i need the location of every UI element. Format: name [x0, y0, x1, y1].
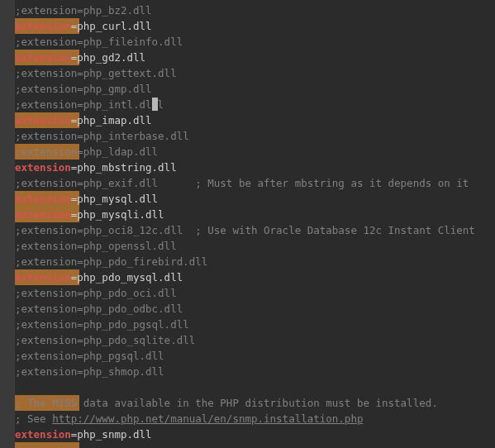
comment-text: ;extension=php_intl.dl	[15, 98, 152, 111]
comment-text: ;extension=php_pdo_oci.dll	[15, 287, 177, 299]
code-line[interactable]: ;extension=php_openssl.dll	[15, 238, 495, 254]
comment-text: ; The MIBS data available in the PHP dis…	[15, 397, 444, 409]
ini-key: extension	[15, 271, 71, 284]
code-line[interactable]: ;extension=php_gettext.dll	[15, 65, 495, 81]
code-line[interactable]: ;extension=php_interbase.dll	[15, 128, 495, 144]
ini-key: extension	[15, 51, 71, 64]
ini-value: php_curl.dll	[77, 20, 151, 32]
ini-value: php_snmp.dll	[77, 428, 151, 441]
ini-value: php_mysql.dll	[77, 193, 158, 205]
comment-text: ;extension=php_openssl.dll	[15, 240, 177, 252]
code-line[interactable]: extension=php_snmp.dll	[15, 427, 495, 442]
text-cursor	[152, 98, 158, 111]
ini-value: php_mysqli.dll	[77, 208, 164, 221]
code-line[interactable]: ;extension=php_exif.dll ; Must be after …	[15, 175, 495, 191]
ini-key: extension	[15, 208, 71, 221]
ini-key: extension	[15, 193, 71, 205]
ini-key: extension	[15, 20, 71, 32]
code-line[interactable]: ; The MIBS data available in the PHP dis…	[15, 395, 495, 411]
ini-value: php_imap.dll	[77, 114, 151, 126]
code-line[interactable]: ;extension=php_gmp.dll	[15, 81, 495, 97]
code-line[interactable]: ;extension=php_pdo_pgsql.dll	[15, 317, 495, 332]
code-line[interactable]: ;extension=php_bz2.dll	[15, 2, 495, 18]
code-line[interactable]: ; See http://www.php.net/manual/en/snmp.…	[15, 411, 495, 427]
comment-text: ;extension=php_shmop.dll	[15, 365, 164, 378]
code-line[interactable]: ;extension=php_pdo_odbc.dll	[15, 301, 495, 317]
code-line[interactable]: ;extension=php_pdo_oci.dll	[15, 285, 495, 301]
comment-text: ;extension=php_oci8_12c.dll ; Use with O…	[15, 224, 475, 236]
code-line[interactable]: ;extension=php_pdo_firebird.dll	[15, 254, 495, 269]
code-line[interactable]: ;extension=php_pgsql.dll	[15, 348, 495, 364]
comment-text: ;extension=php_pdo_pgsql.dll	[15, 318, 189, 331]
comment-text: ;extension=php_pdo_odbc.dll	[15, 303, 183, 315]
code-line[interactable]: ;extension=php_shmop.dll	[15, 364, 495, 379]
ini-value: php_mbstring.dll	[77, 161, 176, 174]
code-line[interactable]: ;extension=php_fileinfo.dll	[15, 34, 495, 50]
ini-value: php_pdo_mysql.dll	[77, 271, 183, 284]
comment-text: ;extension=php_bz2.dll	[15, 4, 152, 17]
code-line[interactable]: extension=php_mysqli.dll	[15, 207, 495, 222]
code-line[interactable]: ;extension=php_oci8_12c.dll ; Use with O…	[15, 222, 495, 238]
code-line[interactable]: ;extension=php_ldap.dll	[15, 144, 495, 160]
code-line[interactable]: extension=php_mbstring.dll	[15, 160, 495, 175]
ini-key: extension	[15, 428, 71, 441]
code-line[interactable]: extension=php_pdo_mysql.dll	[15, 269, 495, 285]
code-line[interactable]: extension=php_imap.dll	[15, 112, 495, 128]
selection-band	[15, 442, 79, 448]
comment-text: ;extension=php_pdo_sqlite.dll	[15, 334, 195, 346]
comment-text: ;extension=php_pdo_firebird.dll	[15, 255, 207, 268]
comment-text: ;extension=php_fileinfo.dll	[15, 36, 183, 48]
code-line[interactable]: extension=php_gd2.dll	[15, 50, 495, 65]
code-line[interactable]: ;extension=php_pdo_sqlite.dll	[15, 332, 495, 348]
comment-text: ;extension=php_interbase.dll	[15, 130, 189, 142]
code-line[interactable]: extension=php_curl.dll	[15, 18, 495, 34]
comment-text: ;extension=php_exif.dll ; Must be after …	[15, 177, 469, 189]
code-line[interactable]: ;extension=php_intl.dll	[15, 97, 495, 112]
code-line[interactable]	[15, 379, 495, 395]
line-gutter	[0, 0, 15, 448]
comment-text: ;extension=php_ldap.dll	[15, 145, 158, 158]
comment-text: ; See	[15, 412, 52, 425]
ini-value: php_gd2.dll	[77, 51, 145, 64]
code-editor[interactable]: ;extension=php_bz2.dllextension=php_curl…	[15, 0, 495, 442]
comment-url[interactable]: http://www.php.net/manual/en/snmp.instal…	[52, 412, 363, 425]
comment-text-tail: l	[158, 98, 164, 111]
comment-text: ;extension=php_gettext.dll	[15, 67, 177, 79]
comment-text: ;extension=php_pgsql.dll	[15, 350, 164, 362]
ini-key: extension	[15, 161, 71, 174]
comment-text: ;extension=php_gmp.dll	[15, 83, 152, 95]
code-line[interactable]: extension=php_mysql.dll	[15, 191, 495, 207]
ini-key: extension	[15, 114, 71, 126]
